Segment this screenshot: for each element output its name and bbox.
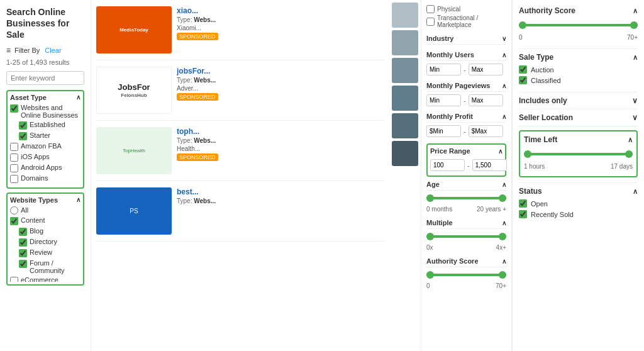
wt-item: Content	[10, 216, 80, 225]
authority-score-label-mid: Authority Score	[426, 257, 479, 265]
sale-type-section: Sale Type ∧ Auction Classified	[519, 53, 638, 84]
seller-location-label: Seller Location	[519, 113, 573, 122]
amazon-fba-checkbox[interactable]	[10, 143, 18, 151]
authority-thumb-min-mid[interactable]	[426, 271, 434, 279]
android-apps-checkbox[interactable]	[10, 164, 18, 172]
left-sidebar: Search Online Businesses for Sale ≡ Filt…	[0, 0, 91, 351]
monthly-users-max[interactable]	[469, 64, 503, 75]
wt-review-checkbox[interactable]	[19, 249, 27, 257]
monthly-profit-chevron[interactable]: ∧	[502, 113, 506, 120]
website-types-chevron[interactable]: ∧	[76, 196, 80, 203]
includes-only-chevron[interactable]: ∨	[632, 96, 638, 105]
wt-directory-checkbox[interactable]	[19, 238, 27, 247]
authority-slider-container: 0 70+	[519, 19, 638, 41]
monthly-profit-min[interactable]	[426, 125, 461, 137]
multiple-chevron[interactable]: ∧	[502, 220, 506, 226]
wt-directory-label: Directory	[30, 238, 57, 245]
time-left-slider-container: 1 hours 17 days	[524, 148, 633, 170]
price-range-section: Price Range ∧ -	[426, 143, 506, 177]
listing-name[interactable]: xiao...	[177, 6, 384, 15]
authority-thumb-left[interactable]	[519, 21, 526, 29]
listing-name[interactable]: toph...	[177, 127, 384, 136]
wt-blog-checkbox[interactable]	[19, 228, 27, 236]
wt-ecommerce-checkbox[interactable]	[10, 277, 18, 282]
sale-type-chevron[interactable]: ∧	[633, 53, 638, 62]
listing-name[interactable]: jobsFor...	[177, 67, 384, 75]
seller-location-chevron[interactable]: ∨	[632, 113, 638, 122]
open-label: Open	[531, 200, 548, 208]
asset-type-chevron[interactable]: ∧	[76, 94, 80, 101]
age-section: Age ∧ 0 months 20 years +	[426, 181, 506, 213]
asset-type-item: Established	[10, 121, 80, 130]
recently-sold-checkbox[interactable]	[519, 210, 527, 218]
wt-all-radio[interactable]	[10, 206, 18, 214]
age-thumb-max[interactable]	[499, 194, 506, 202]
time-left-chevron[interactable]: ∧	[628, 136, 633, 144]
monthly-users-chevron[interactable]: ∧	[502, 52, 506, 58]
asset-type-item: Starter	[10, 131, 80, 140]
open-checkbox[interactable]	[519, 199, 527, 208]
asset-type-item: Websites and Online Businesses	[10, 104, 80, 119]
status-chevron[interactable]: ∧	[633, 187, 638, 196]
ios-apps-checkbox[interactable]	[10, 153, 18, 162]
asset-type-section: Asset Type ∧ Websites and Online Busines…	[6, 90, 84, 189]
monthly-pageviews-min[interactable]	[426, 94, 461, 106]
established-checkbox[interactable]	[19, 121, 27, 130]
business-model-section: Physical Transactional / Marketplace	[426, 5, 506, 28]
industry-section: Industry ∨	[426, 35, 506, 45]
listing-type-row: Type: Webs...	[177, 16, 384, 23]
asset-type-label: Asset Type	[10, 94, 47, 101]
listing-desc: Xiaomi...	[177, 25, 384, 31]
multiple-thumb-min[interactable]	[426, 233, 434, 240]
wt-content-checkbox[interactable]	[10, 217, 18, 225]
age-thumb-min[interactable]	[426, 194, 434, 202]
multiple-min-label: 0x	[426, 244, 433, 251]
listing-thumbnail: TopHealth	[96, 127, 172, 174]
dash: -	[464, 97, 466, 104]
asset-type-item: Domains	[10, 174, 80, 183]
websites-checkbox[interactable]	[10, 104, 18, 113]
age-chevron[interactable]: ∧	[502, 181, 506, 188]
price-range-min[interactable]	[430, 159, 465, 171]
monthly-pageviews-max[interactable]	[469, 94, 503, 106]
transactional-checkbox[interactable]	[426, 18, 435, 26]
wt-forum-checkbox[interactable]	[19, 260, 27, 268]
authority-score-chevron[interactable]: ∧	[633, 7, 638, 15]
starter-checkbox[interactable]	[19, 132, 27, 140]
price-range-chevron[interactable]: ∧	[498, 148, 502, 155]
auction-row: Auction	[519, 65, 638, 74]
wt-ecommerce-label: eCommerce	[21, 276, 58, 282]
industry-chevron[interactable]: ∨	[502, 35, 506, 42]
authority-thumb-right[interactable]	[630, 21, 638, 29]
price-range-label: Price Range	[430, 147, 470, 155]
age-label: Age	[426, 181, 440, 188]
monthly-pageviews-chevron[interactable]: ∧	[502, 82, 506, 89]
price-range-max[interactable]	[472, 159, 507, 171]
physical-checkbox[interactable]	[426, 5, 435, 13]
listing-badge: SPONSORED	[177, 153, 218, 161]
domains-checkbox[interactable]	[10, 175, 18, 183]
monthly-profit-max[interactable]	[469, 125, 503, 137]
authority-score-chevron-mid[interactable]: ∧	[502, 258, 506, 265]
listing-name[interactable]: best...	[177, 187, 384, 196]
listing-badge: SPONSORED	[177, 33, 218, 40]
authority-thumb-max-mid[interactable]	[499, 271, 506, 279]
clear-button[interactable]: Clear	[45, 47, 61, 54]
asset-type-item: Amazon FBA	[10, 142, 80, 151]
classified-checkbox[interactable]	[519, 76, 527, 84]
time-left-section: Time Left ∧ 1 hours 17 days	[519, 130, 638, 177]
listing-type-row: Type: Webs...	[177, 137, 384, 144]
recently-sold-row: Recently Sold	[519, 210, 638, 218]
multiple-thumb-max[interactable]	[499, 233, 506, 240]
time-left-thumb-right[interactable]	[625, 150, 633, 158]
time-left-track	[524, 153, 633, 155]
monthly-profit-label: Monthly Profit	[426, 113, 473, 120]
time-left-thumb-left[interactable]	[524, 150, 531, 158]
monthly-users-min[interactable]	[426, 64, 461, 75]
filter-icon: ≡	[6, 46, 11, 55]
auction-checkbox[interactable]	[519, 65, 527, 74]
keyword-input[interactable]	[6, 71, 84, 85]
wt-item: Directory	[10, 238, 80, 247]
filter-by-label: Filter By	[14, 47, 40, 54]
android-apps-label: Android Apps	[21, 164, 62, 171]
